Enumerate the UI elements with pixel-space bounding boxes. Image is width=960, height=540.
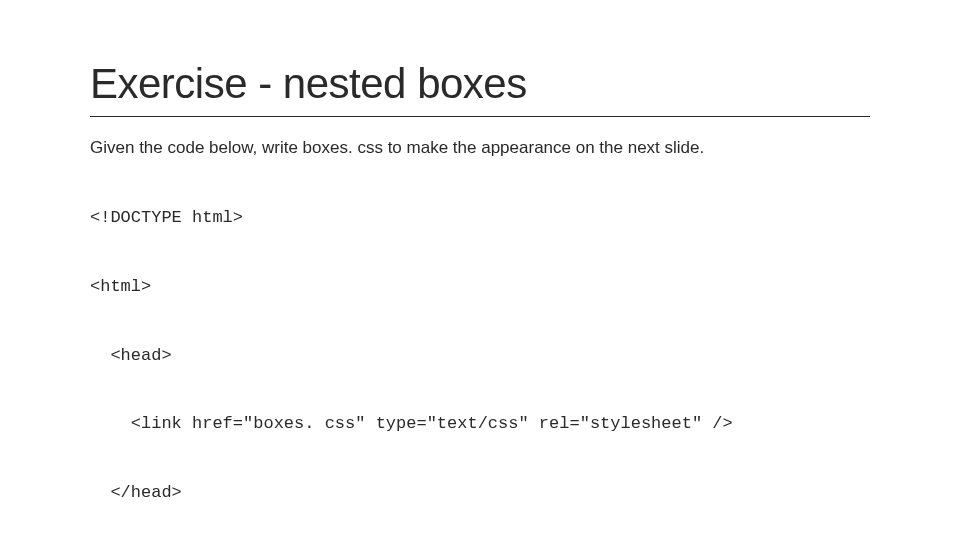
code-line: <head> xyxy=(90,345,870,368)
code-line: <link href="boxes. css" type="text/css" … xyxy=(90,413,870,436)
instruction-text: Given the code below, write boxes. css t… xyxy=(90,137,870,159)
code-line: </head> xyxy=(90,482,870,505)
code-line: <html> xyxy=(90,276,870,299)
slide-title: Exercise - nested boxes xyxy=(90,60,870,117)
slide-content: Exercise - nested boxes Given the code b… xyxy=(0,0,960,540)
code-block: <!DOCTYPE html> <html> <head> <link href… xyxy=(90,161,870,540)
code-line: <!DOCTYPE html> xyxy=(90,207,870,230)
